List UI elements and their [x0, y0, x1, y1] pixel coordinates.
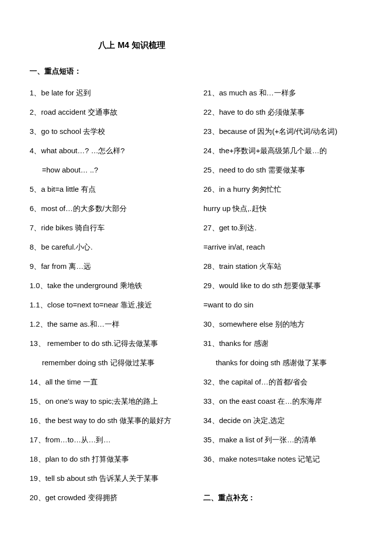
vocab-item: 5、a bit=a little 有点: [30, 184, 189, 194]
vocab-item: 34、decide on 决定,选定: [203, 416, 362, 426]
vocab-item: 16、the best way to do sth 做某事的最好方: [30, 416, 189, 426]
vocab-item: 14、all the time 一直: [30, 377, 189, 387]
vocab-item: 1、be late for 迟到: [30, 88, 189, 98]
section-1-header: 一、重点短语：: [30, 67, 362, 76]
section-2-header: 二、重点补充：: [203, 493, 362, 503]
vocab-item: 13、 remember to do sth.记得去做某事: [30, 339, 189, 348]
vocab-item: 17、from…to…从…到…: [30, 435, 189, 445]
vocab-item: thanks for doing sth 感谢做了某事: [203, 358, 362, 368]
right-column: 21、as much as 和…一样多22、have to do sth 必须做…: [203, 88, 362, 512]
vocab-item: 2、road accident 交通事故: [30, 107, 189, 117]
vocab-item: 3、go to school 去学校: [30, 127, 189, 136]
vocab-item: 33、on the east coast 在…的东海岸: [203, 396, 362, 406]
vocab-item: hurry up 快点,.赶快: [203, 204, 362, 213]
vocab-item: 21、as much as 和…一样多: [203, 88, 362, 98]
vocab-item: 19、tell sb about sth 告诉某人关于某事: [30, 473, 189, 483]
vocab-item: 31、thanks for 感谢: [203, 339, 362, 348]
vocab-item: 29、would like to do sth 想要做某事: [203, 281, 362, 291]
vocab-item: 22、have to do sth 必须做某事: [203, 107, 362, 117]
vocab-item: 9、far from 离…远: [30, 261, 189, 271]
vocab-item: 1.2、the same as.和…一样: [30, 319, 189, 329]
vocab-item: 28、train station 火车站: [203, 261, 362, 271]
vocab-item: 26、in a hurry 匆匆忙忙: [203, 184, 362, 194]
vocab-item: 25、need to do sth 需要做某事: [203, 165, 362, 175]
document-title: 八上 M4 知识梳理: [30, 40, 362, 51]
vocab-item: 32、the capital of…的首都/省会: [203, 377, 362, 387]
vocab-item: 36、make notes=take notes 记笔记: [203, 454, 362, 464]
vocab-item: 6、most of…的大多数/大部分: [30, 204, 189, 213]
vocab-item: 7、ride bikes 骑自行车: [30, 223, 189, 233]
vocab-item: 30、somewhere else 别的地方: [203, 319, 362, 329]
vocabulary-columns: 1、be late for 迟到2、road accident 交通事故3、go…: [30, 88, 362, 512]
vocab-item: =how about… ..?: [30, 165, 189, 175]
vocab-item: 27、get to.到达.: [203, 223, 362, 233]
vocab-item: 4、what about…? …怎么样?: [30, 146, 189, 156]
vocab-item: =want to do sin: [203, 300, 362, 310]
vocab-item: 24、the+序数词+最高级第几个最…的: [203, 146, 362, 156]
vocab-item: 1.1、close to=next to=near 靠近,接近: [30, 300, 189, 310]
vocab-item: 35、make a list of 列一张…的清单: [203, 435, 362, 445]
vocab-item: 20、get crowded 变得拥挤: [30, 493, 189, 503]
vocab-item: 1.0、take the underground 乘地铁: [30, 281, 189, 291]
vocab-item: remember doing sth 记得做过某事: [30, 358, 189, 368]
vocab-item: 23、because of 因为(+名词/代词/动名词): [203, 127, 362, 136]
left-column: 1、be late for 迟到2、road accident 交通事故3、go…: [30, 88, 189, 512]
vocab-item: 15、on one's way to spic;去某地的路上: [30, 396, 189, 406]
vocab-item: =arrive in/at, reach: [203, 242, 362, 252]
vocab-item: 18、plan to do sth 打算做某事: [30, 454, 189, 464]
vocab-item: 8、be careful.小心.: [30, 242, 189, 252]
